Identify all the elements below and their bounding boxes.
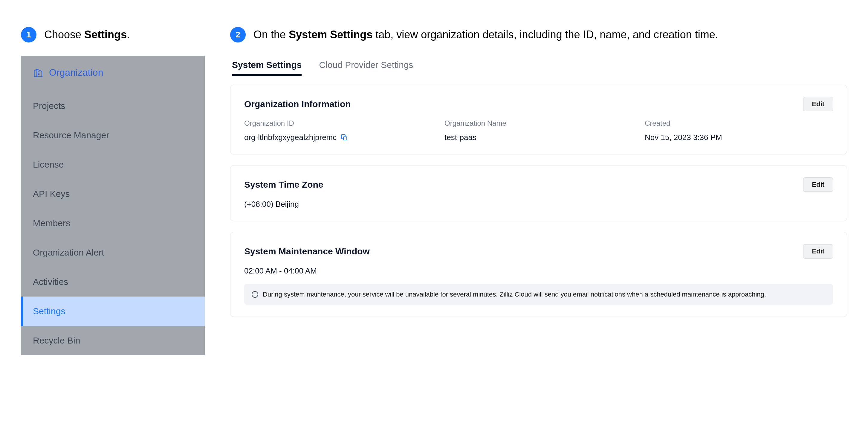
sidebar-item-resource-manager[interactable]: Resource Manager — [21, 121, 205, 150]
sidebar-item-projects[interactable]: Projects — [21, 91, 205, 121]
step-2-header: 2 On the System Settings tab, view organ… — [230, 27, 847, 42]
maintenance-title: System Maintenance Window — [244, 246, 370, 256]
org-created-label: Created — [645, 119, 833, 127]
card-maintenance-window: System Maintenance Window Edit 02:00 AM … — [230, 232, 847, 317]
sidebar-item-settings[interactable]: Settings — [21, 296, 205, 326]
step-1-badge: 1 — [21, 27, 36, 42]
sidebar-title: Organization — [49, 67, 103, 78]
org-created-value: Nov 15, 2023 3:36 PM — [645, 133, 833, 142]
edit-maintenance-button[interactable]: Edit — [803, 244, 833, 259]
step-1-header: 1 Choose Settings. — [21, 27, 206, 42]
maintenance-notice-text: During system maintenance, your service … — [263, 289, 766, 299]
svg-rect-0 — [343, 137, 347, 140]
timezone-title: System Time Zone — [244, 179, 323, 190]
step-1-prefix: Choose — [44, 28, 84, 41]
card-organization-information: Organization Information Edit Organizati… — [230, 85, 847, 154]
sidebar-item-members[interactable]: Members — [21, 208, 205, 238]
step-2-suffix: tab, view organization details, includin… — [372, 28, 718, 41]
sidebar-item-activities[interactable]: Activities — [21, 267, 205, 296]
org-name-value: test-paas — [444, 133, 633, 142]
tab-system-settings[interactable]: System Settings — [232, 60, 302, 76]
step-2-badge: 2 — [230, 27, 246, 42]
tab-cloud-provider-settings[interactable]: Cloud Provider Settings — [319, 60, 413, 76]
tabs: System Settings Cloud Provider Settings — [230, 60, 847, 76]
sidebar-item-api-keys[interactable]: API Keys — [21, 179, 205, 208]
step-2-prefix: On the — [253, 28, 289, 41]
edit-timezone-button[interactable]: Edit — [803, 177, 833, 192]
timezone-value: (+08:00) Beijing — [244, 200, 833, 209]
sidebar-items: Projects Resource Manager License API Ke… — [21, 91, 205, 355]
copy-icon[interactable] — [341, 134, 348, 141]
step-1-suffix: . — [127, 28, 130, 41]
edit-org-info-button[interactable]: Edit — [803, 97, 833, 111]
org-id-value: org-ltlnbfxgxygealzhjpremc — [244, 133, 337, 142]
maintenance-notice: During system maintenance, your service … — [244, 284, 833, 305]
org-name-label: Organization Name — [444, 119, 633, 127]
card-system-time-zone: System Time Zone Edit (+08:00) Beijing — [230, 165, 847, 221]
org-info-title: Organization Information — [244, 99, 351, 109]
maintenance-value: 02:00 AM - 04:00 AM — [244, 266, 833, 276]
sidebar-item-license[interactable]: License — [21, 150, 205, 179]
step-1-text: Choose Settings. — [44, 27, 130, 42]
step-2-text: On the System Settings tab, view organiz… — [253, 27, 718, 42]
sidebar-item-recycle-bin[interactable]: Recycle Bin — [21, 326, 205, 355]
sidebar-header[interactable]: Organization — [21, 56, 205, 91]
building-icon — [33, 67, 44, 78]
sidebar-item-organization-alert[interactable]: Organization Alert — [21, 238, 205, 267]
step-2-bold: System Settings — [289, 28, 372, 41]
step-1-bold: Settings — [84, 28, 127, 41]
sidebar: Organization Projects Resource Manager L… — [21, 56, 205, 355]
info-icon — [251, 291, 258, 298]
org-id-label: Organization ID — [244, 119, 433, 127]
